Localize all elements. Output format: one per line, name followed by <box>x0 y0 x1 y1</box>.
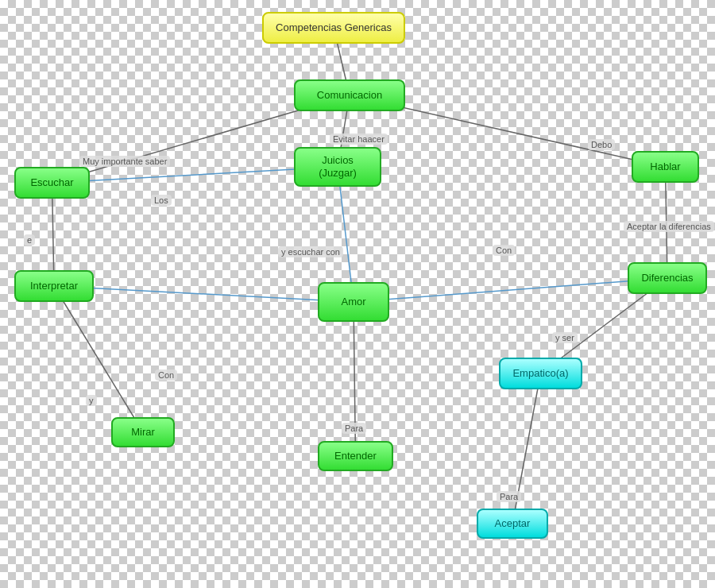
node-amor: Amor <box>318 282 389 322</box>
node-diferencias: Diferencias <box>628 262 707 294</box>
svg-line-9 <box>54 286 354 302</box>
edge-label-y: y <box>86 395 97 406</box>
edge-label-con1: Con <box>155 369 177 381</box>
svg-line-10 <box>354 278 667 302</box>
node-competencias: Competencias Genericas <box>262 12 405 44</box>
svg-line-13 <box>512 373 541 524</box>
node-escuchar: Escuchar <box>14 167 90 199</box>
edge-label-muyimportante: Muy importante saber <box>79 156 170 167</box>
svg-line-8 <box>54 286 143 432</box>
svg-line-7 <box>666 167 668 278</box>
edge-label-yser: y ser <box>552 332 578 343</box>
node-hablar: Hablar <box>632 151 699 183</box>
edge-label-los: Los <box>151 195 172 206</box>
concept-map: Competencias GenericasComunicacionJuicio… <box>0 0 715 588</box>
edge-label-evitar: Evitar haacer <box>330 133 388 145</box>
node-mirar: Mirar <box>111 417 175 447</box>
edge-label-para1: Para <box>342 423 366 434</box>
edge-label-con2: Con <box>493 245 515 256</box>
edge-label-debo: Debo <box>588 139 615 150</box>
node-empatico: Empatico(a) <box>499 358 582 389</box>
svg-line-12 <box>354 302 356 456</box>
node-entender: Entender <box>318 441 393 471</box>
edge-label-yescuchar: y escuchar con <box>278 246 343 257</box>
edge-label-para2: Para <box>497 491 521 502</box>
node-comunicacion: Comunicacion <box>294 79 405 111</box>
node-interpretar: Interpretar <box>14 270 94 302</box>
edge-label-aceptardiferencias: Aceptar la diferencias <box>624 221 714 232</box>
edge-label-e: e <box>24 234 35 246</box>
node-aceptar: Aceptar <box>477 509 548 539</box>
node-juicios: Juicios (Juzgar) <box>294 147 381 187</box>
